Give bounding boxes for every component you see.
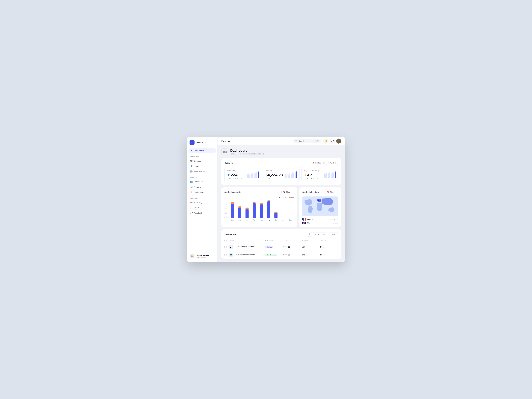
col-rating[interactable]: Rating ⇅ <box>320 240 338 242</box>
chart-inner: JanFebMarAprMayJunJulAugSep <box>229 200 294 221</box>
svg-point-3 <box>317 200 318 201</box>
table-header-row: Top courses 🔍 ⊞ Customize ⚙ Filter <box>222 229 341 239</box>
edit-icon: ✏️ <box>330 162 332 164</box>
col-students[interactable]: Students ⇅ <box>302 240 320 242</box>
search-table-button[interactable]: 🔍 <box>307 232 312 237</box>
bar-col-jul <box>274 212 278 218</box>
col-price[interactable]: Price ⇅ <box>284 240 302 242</box>
offers-icon: 🏷 <box>190 206 193 209</box>
sidebar-label-feedback: Feedback <box>194 212 202 214</box>
page-header: 🤖 Dashboard Take a look at your main gro… <box>222 148 341 155</box>
course-sort-icon: ⇅ <box>234 240 236 241</box>
row2-star-icon: ★ <box>323 254 325 256</box>
bars-container <box>229 200 294 218</box>
sidebar-item-performance[interactable]: ⚡ Performance <box>189 190 216 195</box>
table-actions: 🔍 ⊞ Customize ⚙ Filter <box>307 232 338 237</box>
location-flags: France 83 members <box>302 218 338 224</box>
col-course[interactable]: Course ⇅ <box>229 240 265 242</box>
avatar-button[interactable]: 👤 <box>336 139 341 144</box>
sidebar-item-offers[interactable]: 🏷 Offers <box>189 205 216 210</box>
table-row: 🖊 Learn figma basics with ins... Design … <box>222 243 341 251</box>
period-button[interactable]: 📅 Last 30 days <box>310 161 327 165</box>
bar-col-jun <box>267 201 271 218</box>
user-avatar: 👤 <box>336 139 341 144</box>
metrics-row: Total users 👤 234 12% vs. last month Rev… <box>224 167 338 182</box>
row2-check[interactable] <box>224 254 227 256</box>
topbar-icons: 🔔 💬 👤 <box>323 139 341 144</box>
course-thumb-2: 💻 <box>229 253 233 257</box>
row1-checkbox[interactable] <box>224 246 229 248</box>
users-icon: 👤 <box>190 165 193 167</box>
course-name-2: Learn development basics... <box>235 254 256 256</box>
svg-point-1 <box>318 200 319 201</box>
breadcrumb: Dashboard / <box>222 140 231 142</box>
chart-legend: Enrolled Left <box>224 196 294 198</box>
search-shortcut: ⌘K <box>315 140 319 142</box>
uk-flag <box>302 222 306 224</box>
overview-title: Overview <box>224 162 233 164</box>
map-header: Students location 📅 Monthly <box>302 190 338 194</box>
table-title: Top courses <box>224 233 236 235</box>
row2-rating-value: 4.6 <box>320 254 322 256</box>
page-subtitle: Take a look at your main growth indicato… <box>230 153 264 155</box>
sidebar-item-store-builder[interactable]: 🏪 Store Builder <box>189 169 216 174</box>
bar-col-may <box>260 203 264 218</box>
sidebar-label-performance: Performance <box>194 191 205 193</box>
col-checkbox[interactable] <box>224 240 229 242</box>
category-badge-2: Development <box>265 253 278 256</box>
row1-rating-value: 4.6 <box>320 246 322 248</box>
sidebar-item-dashboard[interactable]: ⊞ Dashboard <box>189 148 216 153</box>
rating-sort-icon: ⇅ <box>325 240 326 241</box>
analytics-section-label: Analytics <box>189 175 216 179</box>
select-all-checkbox[interactable] <box>224 240 227 242</box>
sidebar-item-feedback[interactable]: 💬 Feedback <box>189 210 216 215</box>
courses-icon: 🎓 <box>190 160 193 162</box>
customize-icon: ⊞ <box>315 233 316 235</box>
search-bar[interactable]: 🔍 ⌘K <box>293 139 321 143</box>
workspace-item[interactable]: 🎨 DesignTogether 1,212 members ··· <box>189 253 215 260</box>
uk-members: 64 members <box>329 222 338 224</box>
marketing-icon: 📣 <box>190 201 193 204</box>
bar-col-jan <box>230 203 234 218</box>
metric-revenue: Revenue $4,234.23 23% vs. last month <box>263 167 299 182</box>
left-dot <box>289 196 291 198</box>
legend-enrolled: Enrolled <box>279 196 287 198</box>
sidebar-item-community[interactable]: 👥 Community <box>189 179 216 184</box>
chart-header: Students analysis 📅 Monthly <box>224 190 294 194</box>
sidebar-item-courses[interactable]: 🎓 Courses <box>189 158 216 163</box>
edit-button[interactable]: ✏️ Edit <box>328 161 338 165</box>
uk-flag-svg <box>302 222 306 224</box>
metric-change-revenue: 23% vs. last month <box>266 178 297 180</box>
row2-checkbox[interactable] <box>224 254 229 256</box>
row2-rating: 4.6 ★ <box>320 254 338 256</box>
col-categories: Categories <box>265 240 284 242</box>
sidebar-item-marketing[interactable]: 📣 Marketing <box>189 200 216 205</box>
notifications-button[interactable]: 🔔 <box>323 139 328 144</box>
chart-calendar-icon: 📅 <box>283 191 285 193</box>
table-columns: Course ⇅ Categories Price ⇅ Students ⇅ <box>222 239 341 243</box>
bar-col-apr <box>252 203 256 218</box>
chart-period-button[interactable]: 📅 Monthly <box>281 190 294 194</box>
sidebar-label-users: Users <box>194 165 199 167</box>
financial-icon: 📊 <box>190 186 193 188</box>
row1-check[interactable] <box>224 246 227 248</box>
sidebar-management-section: Management 🎓 Courses 👤 Users 🏪 Store Bui… <box>187 154 217 174</box>
messages-button[interactable]: 💬 <box>330 139 335 144</box>
sidebar-item-users[interactable]: 👤 Users <box>189 164 216 169</box>
breadcrumb-parent[interactable]: Dashboard <box>222 140 230 142</box>
search-input[interactable] <box>299 140 314 142</box>
chart-y-labels: 400 300 200 100 50 <box>224 200 228 218</box>
sidebar-bottom: 🎨 DesignTogether 1,212 members ··· <box>187 251 217 260</box>
students-analysis-card: Students analysis 📅 Monthly Enrolled <box>222 187 297 227</box>
map-period-button[interactable]: 📅 Monthly <box>325 190 338 194</box>
search-icon: 🔍 <box>295 140 298 142</box>
france-members: 83 members <box>329 218 338 220</box>
edit-label: Edit <box>333 162 336 164</box>
sidebar: M Learnica ⊞ Dashboard Management 🎓 Cour… <box>187 137 217 262</box>
metric-change-rating: 2% vs. last month <box>304 178 336 180</box>
community-icon: 👥 <box>190 180 193 183</box>
customize-button[interactable]: ⊞ Customize <box>313 232 327 236</box>
sidebar-item-financial[interactable]: 📊 Financial <box>189 184 216 189</box>
logo-area[interactable]: M Learnica <box>187 140 217 148</box>
filter-button[interactable]: ⚙ Filter <box>328 232 338 236</box>
